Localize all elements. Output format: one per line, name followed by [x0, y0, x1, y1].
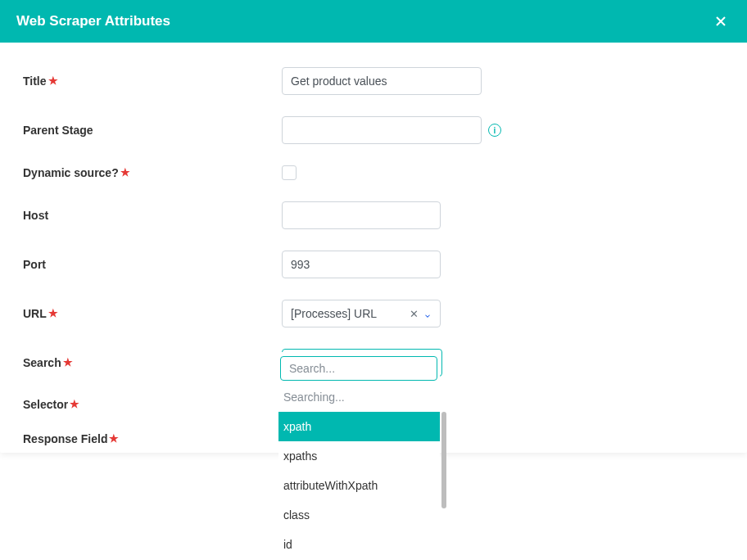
label-title: Title ★ [23, 75, 282, 88]
scrollbar[interactable] [441, 412, 446, 508]
dropdown-status: Searching... [278, 386, 440, 412]
clear-icon[interactable]: ✕ [410, 308, 419, 320]
close-icon [713, 13, 729, 29]
label-parent-stage: Parent Stage [23, 124, 282, 137]
required-star-icon: ★ [70, 398, 79, 410]
dropdown-option-xpaths[interactable]: xpaths [278, 441, 440, 471]
dropdown-option-class[interactable]: class [278, 500, 440, 530]
modal-header: Web Scraper Attributes [0, 0, 747, 43]
field-dynamic-source: Dynamic source? ★ [23, 165, 724, 180]
required-star-icon: ★ [63, 356, 73, 368]
field-title: Title ★ [23, 67, 724, 95]
dropdown-option-id[interactable]: id [278, 530, 440, 559]
label-host: Host [23, 209, 282, 222]
modal-title: Web Scraper Attributes [16, 13, 170, 29]
dropdown-list: xpath xpaths attributeWithXpath class id [278, 412, 440, 559]
dropdown-search-input[interactable] [280, 356, 437, 381]
field-host: Host [23, 201, 724, 229]
dynamic-source-checkbox[interactable] [282, 165, 297, 180]
dropdown-option-xpath[interactable]: xpath [278, 412, 440, 441]
close-button[interactable] [711, 11, 731, 31]
dropdown-option-attributewithxpath[interactable]: attributeWithXpath [278, 471, 440, 500]
parent-stage-input[interactable] [282, 116, 482, 144]
search-dropdown: Searching... xpath xpaths attributeWithX… [278, 352, 440, 559]
label-response-field: Response Field ★ [23, 432, 282, 445]
chevron-down-icon[interactable] [423, 309, 432, 318]
label-url: URL ★ [23, 307, 282, 320]
title-input[interactable] [282, 67, 482, 95]
label-selector: Selector ★ [23, 398, 282, 411]
label-search: Search ★ [23, 356, 282, 369]
required-star-icon: ★ [48, 307, 58, 319]
required-star-icon: ★ [120, 166, 130, 178]
required-star-icon: ★ [109, 432, 119, 445]
port-input[interactable] [282, 251, 441, 278]
url-select[interactable]: [Processes] URL ✕ [282, 300, 441, 327]
label-dynamic-source: Dynamic source? ★ [23, 166, 282, 179]
required-star-icon: ★ [48, 75, 58, 87]
label-port: Port [23, 258, 282, 271]
field-port: Port [23, 251, 724, 278]
field-parent-stage: Parent Stage i [23, 116, 724, 144]
host-input[interactable] [282, 201, 441, 229]
field-url: URL ★ [Processes] URL ✕ [23, 300, 724, 327]
info-icon[interactable]: i [488, 124, 501, 137]
